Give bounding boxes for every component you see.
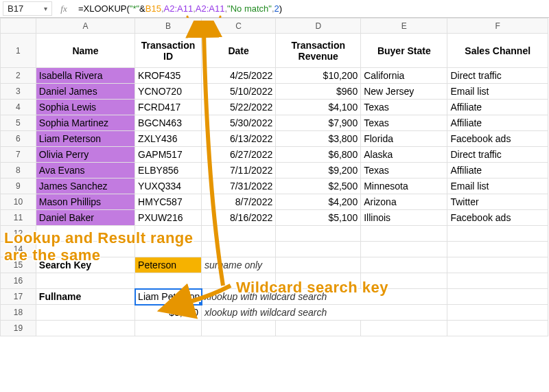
result-hint[interactable]: xlookup with wildcard search (202, 305, 447, 321)
search-key-hint[interactable]: surname only (202, 257, 276, 273)
cell-channel[interactable]: Direct traffic (447, 68, 548, 84)
cell-channel[interactable]: Email list (447, 178, 548, 194)
cell-name[interactable]: Ava Evans (36, 163, 135, 178)
row-header[interactable]: 14 (1, 242, 36, 257)
cell-channel[interactable]: Twitter (447, 194, 548, 210)
cell-date[interactable]: 4/25/2022 (202, 68, 276, 84)
cell-channel[interactable]: Direct traffic (447, 147, 548, 163)
row-header[interactable]: 5 (1, 115, 36, 131)
cell-date[interactable]: 6/13/2022 (202, 131, 276, 147)
row-header[interactable]: 2 (1, 68, 36, 84)
row-header[interactable]: 11 (1, 210, 36, 226)
cell-name[interactable]: Sophia Lewis (36, 100, 135, 115)
row-header[interactable]: 12 (1, 226, 36, 242)
cell-tid[interactable]: ZXLY436 (135, 131, 202, 147)
col-header[interactable]: C (202, 19, 276, 34)
row-header[interactable]: 1 (1, 34, 36, 68)
search-key-value[interactable]: Peterson (135, 257, 202, 273)
cell-channel[interactable]: Affiliate (447, 100, 548, 115)
cell-name[interactable]: James Sanchez (36, 178, 135, 194)
name-box[interactable]: B17 ▾ (3, 1, 52, 16)
dropdown-icon[interactable]: ▾ (44, 5, 47, 12)
cell-rev[interactable]: $5,100 (276, 210, 361, 226)
header-rev[interactable]: Transaction Revenue (276, 34, 361, 68)
header-name[interactable]: Name (36, 34, 135, 68)
cell-tid[interactable]: GAPM517 (135, 147, 202, 163)
cell-rev[interactable]: $3,800 (276, 131, 361, 147)
header-tid[interactable]: Transaction ID (135, 34, 202, 68)
row-header[interactable]: 3 (1, 84, 36, 100)
header-date[interactable]: Date (202, 34, 276, 68)
col-header[interactable]: B (135, 19, 202, 34)
cell-date[interactable]: 8/16/2022 (202, 210, 276, 226)
cell-date[interactable]: 7/31/2022 (202, 178, 276, 194)
cell-tid[interactable]: YUXQ334 (135, 178, 202, 194)
result-value[interactable]: $3,800 (135, 305, 202, 321)
cell-rev[interactable]: $10,200 (276, 68, 361, 84)
cell-state[interactable]: Texas (361, 100, 447, 115)
cell-date[interactable]: 5/22/2022 (202, 100, 276, 115)
search-key-label[interactable]: Search Key (36, 257, 135, 273)
row-header[interactable]: 18 (1, 305, 36, 321)
cell-state[interactable]: Texas (361, 115, 447, 131)
cell-channel[interactable]: Facebook ads (447, 131, 548, 147)
cell-date[interactable]: 7/11/2022 (202, 163, 276, 178)
cell-rev[interactable]: $4,200 (276, 194, 361, 210)
formula-input[interactable]: =XLOOKUP("*"&B15,A2:A11,A2:A11,"No match… (75, 3, 546, 14)
col-header[interactable]: A (36, 19, 135, 34)
cell-rev[interactable]: $960 (276, 84, 361, 100)
cell-name[interactable]: Daniel James (36, 84, 135, 100)
cell-name[interactable]: Daniel Baker (36, 210, 135, 226)
fullname-label[interactable]: Fullname (36, 289, 135, 305)
row-header[interactable]: 9 (1, 178, 36, 194)
cell-rev[interactable]: $7,900 (276, 115, 361, 131)
row-header[interactable]: 19 (1, 321, 36, 336)
cell-channel[interactable]: Affiliate (447, 115, 548, 131)
corner-cell[interactable] (1, 19, 36, 34)
cell-state[interactable]: Minnesota (361, 178, 447, 194)
row-header[interactable]: 7 (1, 147, 36, 163)
cell-date[interactable]: 5/10/2022 (202, 84, 276, 100)
header-channel[interactable]: Sales Channel (447, 34, 548, 68)
cell-tid[interactable]: HMYC587 (135, 194, 202, 210)
cell-rev[interactable]: $2,500 (276, 178, 361, 194)
row-header[interactable]: 15 (1, 257, 36, 273)
cell-name[interactable]: Olivia Perry (36, 147, 135, 163)
cell-name[interactable]: Mason Phillips (36, 194, 135, 210)
row-header[interactable]: 8 (1, 163, 36, 178)
row-header[interactable]: 17 (1, 289, 36, 305)
fx-icon[interactable]: fx (52, 3, 75, 14)
cell-state[interactable]: Arizona (361, 194, 447, 210)
cell-state[interactable]: New Jersey (361, 84, 447, 100)
cell-tid[interactable]: ELBY856 (135, 163, 202, 178)
cell-name[interactable]: Liam Peterson (36, 131, 135, 147)
col-header[interactable]: F (447, 19, 548, 34)
spreadsheet-grid[interactable]: A B C D E F 1 Name Transaction ID Date T… (0, 18, 549, 336)
row-header[interactable]: 10 (1, 194, 36, 210)
cell-name[interactable]: Sophia Martinez (36, 115, 135, 131)
fullname-hint[interactable]: xlookup with wildcard search (202, 289, 447, 305)
cell-channel[interactable]: Email list (447, 84, 548, 100)
fill-handle[interactable] (199, 302, 202, 305)
cell-tid[interactable]: PXUW216 (135, 210, 202, 226)
active-cell[interactable]: Liam Peterson (135, 289, 202, 305)
row-header[interactable]: 6 (1, 131, 36, 147)
header-state[interactable]: Buyer State (361, 34, 447, 68)
cell-rev[interactable]: $6,800 (276, 147, 361, 163)
col-header[interactable]: D (276, 19, 361, 34)
cell-tid[interactable]: KROF435 (135, 68, 202, 84)
cell-channel[interactable]: Affiliate (447, 163, 548, 178)
cell-tid[interactable]: YCNO720 (135, 84, 202, 100)
cell-name[interactable]: Isabella Rivera (36, 68, 135, 84)
col-header[interactable]: E (361, 19, 447, 34)
cell-channel[interactable]: Facebook ads (447, 210, 548, 226)
cell-tid[interactable]: FCRD417 (135, 100, 202, 115)
cell-date[interactable]: 8/7/2022 (202, 194, 276, 210)
cell-date[interactable]: 5/30/2022 (202, 115, 276, 131)
row-header[interactable]: 16 (1, 273, 36, 289)
cell-rev[interactable]: $9,200 (276, 163, 361, 178)
cell-state[interactable]: Alaska (361, 147, 447, 163)
cell-state[interactable]: California (361, 68, 447, 84)
cell-state[interactable]: Texas (361, 163, 447, 178)
cell-state[interactable]: Illinois (361, 210, 447, 226)
